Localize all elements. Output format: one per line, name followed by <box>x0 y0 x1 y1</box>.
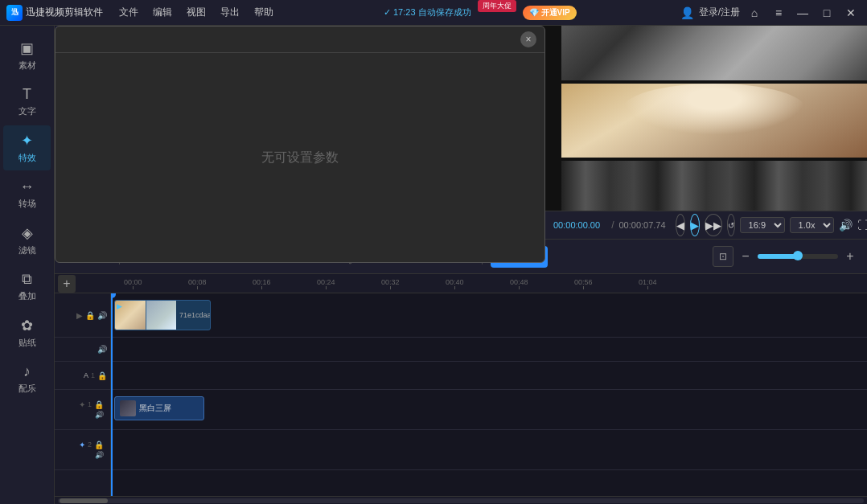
zoom-thumb[interactable] <box>793 251 803 260</box>
sidebar-item-sticker[interactable]: ✿ 贴纸 <box>3 310 51 355</box>
menu-file[interactable]: 文件 <box>113 4 145 21</box>
timeline-header: + 00:00 00:08 00:16 00:24 00:32 <box>55 274 867 293</box>
video-clip[interactable]: ▶ 71e1cdaa21f146... <box>114 300 211 330</box>
preview-area <box>537 26 867 231</box>
audio-icon: ♪ <box>23 363 31 380</box>
track-label-video: ▶ 🔒 🔊 <box>55 293 110 338</box>
title-bar-menu: 文件 编辑 视图 导出 帮助 <box>113 4 280 21</box>
preview-visual-2 <box>561 84 867 158</box>
clip-thumb-2 <box>146 301 176 330</box>
menu-edit[interactable]: 编辑 <box>146 4 179 21</box>
scroll-track[interactable] <box>58 498 864 503</box>
video-track-row: ▶ 71e1cdaa21f146... <box>111 293 867 338</box>
maximize-button[interactable]: □ <box>817 3 836 23</box>
extra-track-row <box>111 430 867 470</box>
add-track-button[interactable]: + <box>58 275 76 293</box>
ruler-mark-4: 00:32 <box>381 278 400 289</box>
top-row: × 无可设置参数 <box>55 26 867 239</box>
ruler-mark-6: 00:48 <box>510 278 528 289</box>
audio-track-row <box>111 338 867 362</box>
close-button[interactable]: ✕ <box>841 3 861 23</box>
track-audio-icon: 🔊 <box>97 345 107 354</box>
timeline-scrollbar[interactable] <box>55 496 867 504</box>
content-area: × 无可设置参数 <box>55 26 867 504</box>
track-volume-icon[interactable]: 🔊 <box>97 311 107 320</box>
timeline-ruler: 00:00 00:08 00:16 00:24 00:32 <box>124 274 864 293</box>
text-icon: T <box>23 86 31 103</box>
menu-help[interactable]: 帮助 <box>248 4 280 21</box>
track-num-1: 1 <box>91 371 95 379</box>
playback-controls: 00:00:00.00 / 00:00:07.74 ◀ ▶ ▶▶ ↺ 16:9 … <box>545 211 867 239</box>
zoom-slider[interactable] <box>758 254 838 259</box>
sidebar-item-media[interactable]: ▣ 素材 <box>3 33 51 78</box>
menu-button[interactable]: ≡ <box>769 3 788 23</box>
play-button[interactable]: ▶ <box>690 214 700 236</box>
track-fx-vol[interactable]: 🔊 <box>95 411 104 419</box>
app-logo: 迅 <box>6 5 23 21</box>
prev-frame-button[interactable]: ◀ <box>676 214 685 236</box>
user-icon: 👤 <box>680 6 694 19</box>
track-lock2-icon[interactable]: 🔒 <box>97 371 107 380</box>
clip-name: 71e1cdaa21f146... <box>176 309 210 321</box>
track-video-icon: ▶ <box>76 311 83 320</box>
timeline-playhead[interactable] <box>111 293 113 496</box>
zoom-out-button[interactable]: − <box>737 248 754 265</box>
ruler-mark-5: 00:40 <box>446 278 464 289</box>
clip-play-icon: ▶ <box>117 302 122 310</box>
track-extra-lock[interactable]: 🔒 <box>94 440 104 449</box>
volume-icon[interactable]: 🔊 <box>839 219 853 232</box>
track-fx-lock[interactable]: 🔒 <box>94 400 104 409</box>
panel-content: 无可设置参数 <box>55 53 544 262</box>
panel-close-button[interactable]: × <box>520 31 536 47</box>
track-extra-vol[interactable]: 🔊 <box>95 451 104 459</box>
track-content: ▶ 71e1cdaa21f146... <box>111 293 867 496</box>
transitions-icon: ↔ <box>20 178 35 195</box>
track-label-extra: ✦ 2 🔒 🔊 <box>55 430 110 470</box>
filters-icon: ◈ <box>22 224 33 242</box>
track-extra-icon: ✦ <box>79 440 85 449</box>
no-params-label: 无可设置参数 <box>261 150 339 166</box>
sidebar-item-filters[interactable]: ◈ 滤镜 <box>3 218 51 263</box>
effect-thumb <box>120 400 136 416</box>
menu-view[interactable]: 视图 <box>180 4 212 21</box>
left-sidebar: ▣ 素材 T 文字 ✦ 特效 ↔ 转场 ◈ 滤镜 ⧉ 叠加 ✿ 贴纸 ♪ 配乐 <box>0 26 55 504</box>
home-button[interactable]: ⌂ <box>745 3 764 23</box>
track-fx-icon: ✦ <box>79 400 85 409</box>
app-title: 迅捷视频剪辑软件 <box>26 6 103 19</box>
sidebar-item-transitions[interactable]: ↔ 转场 <box>3 172 51 216</box>
title-bar-right: 👤 登录/注册 ⌂ ≡ — □ ✕ <box>680 3 861 23</box>
scroll-thumb[interactable] <box>60 498 108 503</box>
ratio-select[interactable]: 16:9 <box>740 217 785 233</box>
settings-panel: × 无可设置参数 <box>55 26 545 263</box>
vip-button[interactable]: 💎 开通VIP <box>523 6 577 20</box>
loop-button[interactable]: ↺ <box>727 214 735 236</box>
title-bar-left: 迅 迅捷视频剪辑软件 文件 编辑 视图 导出 帮助 <box>6 4 280 21</box>
track-fx-num: 1 <box>88 400 92 409</box>
sidebar-item-text[interactable]: T 文字 <box>3 80 51 124</box>
fullscreen-icon[interactable]: ⛶ <box>857 219 867 232</box>
sidebar-item-effects[interactable]: ✦ 特效 <box>3 125 51 170</box>
ruler-mark-2: 00:16 <box>253 278 271 289</box>
zoom-fit-button[interactable]: ⊡ <box>713 246 733 267</box>
title-bar: 迅 迅捷视频剪辑软件 文件 编辑 视图 导出 帮助 ✓ 17:23 自动保存成功… <box>0 0 867 26</box>
effect-name: 黑白三屏 <box>139 403 171 414</box>
next-frame-button[interactable]: ▶▶ <box>705 214 722 236</box>
speed-select[interactable]: 1.0x <box>790 217 834 233</box>
track-lock-icon[interactable]: 🔒 <box>85 311 95 320</box>
login-button[interactable]: 登录/注册 <box>699 6 740 19</box>
sticker-icon: ✿ <box>21 317 33 334</box>
vip-promo-badge: 周年大促 <box>478 0 516 12</box>
ruler-mark-3: 00:24 <box>317 278 335 289</box>
effect-clip[interactable]: 黑白三屏 <box>114 396 204 420</box>
preview-strip-1 <box>561 26 867 80</box>
ruler-mark-1: 00:08 <box>188 278 207 289</box>
zoom-in-button[interactable]: + <box>841 248 859 265</box>
sidebar-item-overlay[interactable]: ⧉ 叠加 <box>3 264 51 309</box>
minimize-button[interactable]: — <box>793 3 812 23</box>
effect-track-row: 黑白三屏 <box>111 390 867 430</box>
playback-total-time: 00:00:07.74 <box>618 220 665 230</box>
preview-visual-1 <box>561 26 867 80</box>
panel-titlebar: × <box>55 27 544 53</box>
menu-export[interactable]: 导出 <box>214 4 246 21</box>
sidebar-item-audio[interactable]: ♪ 配乐 <box>3 357 51 401</box>
